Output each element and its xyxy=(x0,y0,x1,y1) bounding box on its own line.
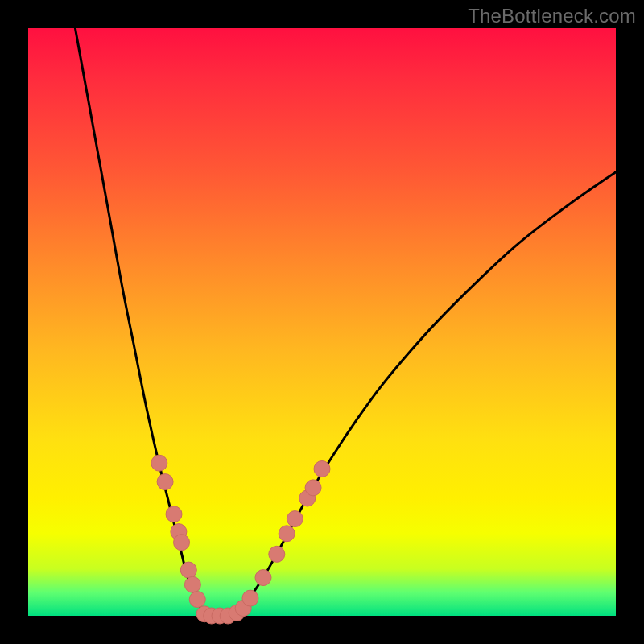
highlight-marker xyxy=(189,592,205,608)
curve-layer xyxy=(75,28,616,617)
highlight-marker xyxy=(157,474,173,490)
highlight-marker xyxy=(184,576,200,592)
highlight-marker xyxy=(314,461,330,477)
highlight-marker xyxy=(174,535,190,551)
highlight-marker xyxy=(305,480,321,496)
chart-svg xyxy=(0,0,644,644)
highlight-marker xyxy=(269,546,285,562)
chart-frame: TheBottleneck.com xyxy=(0,0,644,644)
highlight-marker xyxy=(255,570,271,586)
highlight-marker xyxy=(180,562,196,578)
marker-layer xyxy=(151,455,330,624)
highlight-marker xyxy=(166,506,182,522)
highlight-marker xyxy=(287,511,303,527)
highlight-marker xyxy=(151,455,167,471)
highlight-marker xyxy=(279,526,295,542)
highlight-marker xyxy=(242,590,258,606)
bottleneck-curve xyxy=(75,28,616,617)
